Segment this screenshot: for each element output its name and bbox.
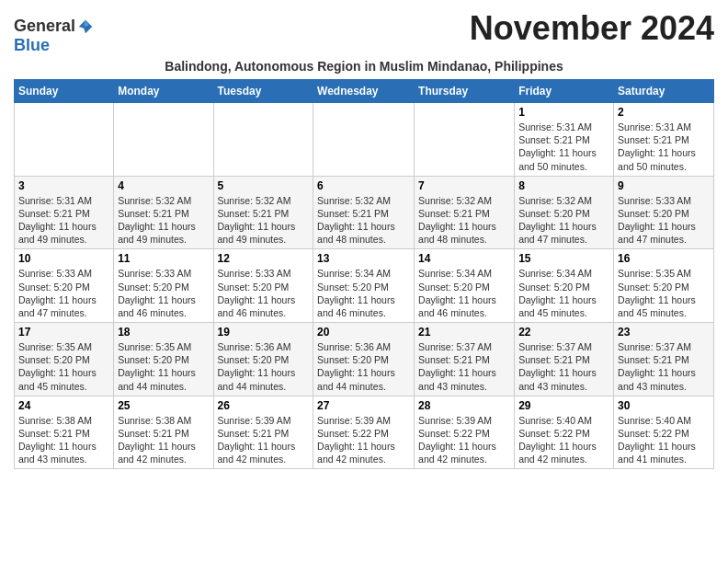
calendar-cell: [15, 103, 114, 177]
calendar-cell: 13Sunrise: 5:34 AM Sunset: 5:20 PM Dayli…: [313, 249, 415, 323]
day-number: 11: [118, 252, 209, 265]
logo: General Blue: [14, 17, 94, 55]
day-info: Sunrise: 5:32 AM Sunset: 5:21 PM Dayligh…: [418, 194, 510, 247]
day-info: Sunrise: 5:33 AM Sunset: 5:20 PM Dayligh…: [618, 194, 710, 247]
calendar-header-thursday: Thursday: [415, 80, 515, 103]
calendar-cell: 5Sunrise: 5:32 AM Sunset: 5:21 PM Daylig…: [213, 176, 313, 249]
day-number: 22: [518, 326, 609, 339]
calendar-week-5: 24Sunrise: 5:38 AM Sunset: 5:21 PM Dayli…: [15, 396, 714, 469]
calendar-cell: 21Sunrise: 5:37 AM Sunset: 5:21 PM Dayli…: [415, 323, 515, 396]
calendar-cell: [114, 103, 213, 177]
calendar-cell: 29Sunrise: 5:40 AM Sunset: 5:22 PM Dayli…: [515, 396, 614, 469]
calendar-cell: 23Sunrise: 5:37 AM Sunset: 5:21 PM Dayli…: [614, 323, 714, 396]
day-info: Sunrise: 5:37 AM Sunset: 5:21 PM Dayligh…: [518, 340, 609, 393]
calendar-week-1: 1Sunrise: 5:31 AM Sunset: 5:21 PM Daylig…: [15, 103, 714, 177]
day-info: Sunrise: 5:31 AM Sunset: 5:21 PM Dayligh…: [18, 194, 109, 247]
calendar-cell: [213, 103, 313, 177]
day-number: 7: [418, 179, 510, 192]
day-number: 23: [618, 326, 710, 339]
calendar-week-2: 3Sunrise: 5:31 AM Sunset: 5:21 PM Daylig…: [15, 176, 714, 249]
calendar-cell: 15Sunrise: 5:34 AM Sunset: 5:20 PM Dayli…: [515, 249, 614, 323]
day-info: Sunrise: 5:32 AM Sunset: 5:21 PM Dayligh…: [118, 194, 209, 247]
calendar-cell: 24Sunrise: 5:38 AM Sunset: 5:21 PM Dayli…: [15, 396, 114, 469]
calendar-cell: 11Sunrise: 5:33 AM Sunset: 5:20 PM Dayli…: [114, 249, 213, 323]
calendar-cell: 9Sunrise: 5:33 AM Sunset: 5:20 PM Daylig…: [614, 176, 714, 249]
day-number: 26: [218, 399, 310, 412]
day-info: Sunrise: 5:33 AM Sunset: 5:20 PM Dayligh…: [218, 267, 310, 319]
day-number: 4: [118, 179, 209, 192]
calendar-cell: [415, 103, 515, 177]
calendar-cell: 10Sunrise: 5:33 AM Sunset: 5:20 PM Dayli…: [15, 249, 114, 323]
logo-icon: [77, 18, 94, 35]
calendar-header-friday: Friday: [515, 80, 614, 103]
calendar-week-4: 17Sunrise: 5:35 AM Sunset: 5:20 PM Dayli…: [15, 323, 714, 396]
calendar-cell: 22Sunrise: 5:37 AM Sunset: 5:21 PM Dayli…: [515, 323, 614, 396]
day-info: Sunrise: 5:40 AM Sunset: 5:22 PM Dayligh…: [618, 414, 710, 466]
calendar-cell: 14Sunrise: 5:34 AM Sunset: 5:20 PM Dayli…: [415, 249, 515, 323]
calendar-header-saturday: Saturday: [614, 80, 714, 103]
day-info: Sunrise: 5:32 AM Sunset: 5:21 PM Dayligh…: [218, 194, 310, 247]
day-number: 25: [118, 399, 209, 412]
day-number: 18: [118, 326, 209, 339]
day-number: 15: [518, 252, 609, 265]
calendar-header-tuesday: Tuesday: [213, 80, 313, 103]
logo-general-text: General: [14, 17, 75, 36]
logo-blue-text: Blue: [14, 36, 50, 54]
calendar-cell: 8Sunrise: 5:32 AM Sunset: 5:20 PM Daylig…: [515, 176, 614, 249]
day-info: Sunrise: 5:38 AM Sunset: 5:21 PM Dayligh…: [118, 414, 209, 466]
calendar-cell: 4Sunrise: 5:32 AM Sunset: 5:21 PM Daylig…: [114, 176, 213, 249]
title-section: November 2024: [470, 9, 714, 48]
calendar-header-wednesday: Wednesday: [313, 80, 415, 103]
calendar-header-monday: Monday: [114, 80, 213, 103]
day-info: Sunrise: 5:32 AM Sunset: 5:21 PM Dayligh…: [317, 194, 410, 247]
day-info: Sunrise: 5:32 AM Sunset: 5:20 PM Dayligh…: [518, 194, 609, 247]
day-number: 29: [518, 399, 609, 412]
calendar-week-3: 10Sunrise: 5:33 AM Sunset: 5:20 PM Dayli…: [15, 249, 714, 323]
day-info: Sunrise: 5:35 AM Sunset: 5:20 PM Dayligh…: [618, 267, 710, 319]
calendar-cell: 16Sunrise: 5:35 AM Sunset: 5:20 PM Dayli…: [614, 249, 714, 323]
day-number: 16: [618, 252, 710, 265]
calendar-cell: 2Sunrise: 5:31 AM Sunset: 5:21 PM Daylig…: [614, 103, 714, 177]
calendar-cell: 18Sunrise: 5:35 AM Sunset: 5:20 PM Dayli…: [114, 323, 213, 396]
day-info: Sunrise: 5:35 AM Sunset: 5:20 PM Dayligh…: [118, 340, 209, 393]
day-info: Sunrise: 5:39 AM Sunset: 5:22 PM Dayligh…: [418, 414, 510, 466]
calendar-cell: 12Sunrise: 5:33 AM Sunset: 5:20 PM Dayli…: [213, 249, 313, 323]
calendar-cell: 7Sunrise: 5:32 AM Sunset: 5:21 PM Daylig…: [415, 176, 515, 249]
day-number: 24: [18, 399, 109, 412]
day-info: Sunrise: 5:38 AM Sunset: 5:21 PM Dayligh…: [18, 414, 109, 466]
day-number: 12: [218, 252, 310, 265]
day-number: 27: [317, 399, 410, 412]
calendar-header-sunday: Sunday: [15, 80, 114, 103]
day-info: Sunrise: 5:33 AM Sunset: 5:20 PM Dayligh…: [118, 267, 209, 319]
day-number: 8: [518, 179, 609, 192]
day-info: Sunrise: 5:37 AM Sunset: 5:21 PM Dayligh…: [618, 340, 710, 393]
day-number: 10: [18, 252, 109, 265]
calendar-table: SundayMondayTuesdayWednesdayThursdayFrid…: [14, 79, 714, 469]
calendar-cell: [313, 103, 415, 177]
calendar-cell: 3Sunrise: 5:31 AM Sunset: 5:21 PM Daylig…: [15, 176, 114, 249]
day-number: 14: [418, 252, 510, 265]
calendar-cell: 6Sunrise: 5:32 AM Sunset: 5:21 PM Daylig…: [313, 176, 415, 249]
calendar-header-row: SundayMondayTuesdayWednesdayThursdayFrid…: [15, 80, 714, 103]
calendar-cell: 28Sunrise: 5:39 AM Sunset: 5:22 PM Dayli…: [415, 396, 515, 469]
day-info: Sunrise: 5:34 AM Sunset: 5:20 PM Dayligh…: [317, 267, 410, 319]
page-header: General Blue November 2024: [14, 9, 714, 55]
calendar-cell: 1Sunrise: 5:31 AM Sunset: 5:21 PM Daylig…: [515, 103, 614, 177]
day-number: 9: [618, 179, 710, 192]
day-number: 13: [317, 252, 410, 265]
month-title: November 2024: [470, 9, 714, 48]
day-info: Sunrise: 5:31 AM Sunset: 5:21 PM Dayligh…: [518, 121, 609, 173]
day-number: 17: [18, 326, 109, 339]
day-number: 21: [418, 326, 510, 339]
day-number: 3: [18, 179, 109, 192]
day-info: Sunrise: 5:34 AM Sunset: 5:20 PM Dayligh…: [418, 267, 510, 319]
day-info: Sunrise: 5:40 AM Sunset: 5:22 PM Dayligh…: [518, 414, 609, 466]
day-info: Sunrise: 5:39 AM Sunset: 5:22 PM Dayligh…: [317, 414, 410, 466]
calendar-cell: 25Sunrise: 5:38 AM Sunset: 5:21 PM Dayli…: [114, 396, 213, 469]
day-number: 28: [418, 399, 510, 412]
day-info: Sunrise: 5:36 AM Sunset: 5:20 PM Dayligh…: [218, 340, 310, 393]
calendar-cell: 27Sunrise: 5:39 AM Sunset: 5:22 PM Dayli…: [313, 396, 415, 469]
day-number: 30: [618, 399, 710, 412]
day-number: 6: [317, 179, 410, 192]
day-info: Sunrise: 5:33 AM Sunset: 5:20 PM Dayligh…: [18, 267, 109, 319]
